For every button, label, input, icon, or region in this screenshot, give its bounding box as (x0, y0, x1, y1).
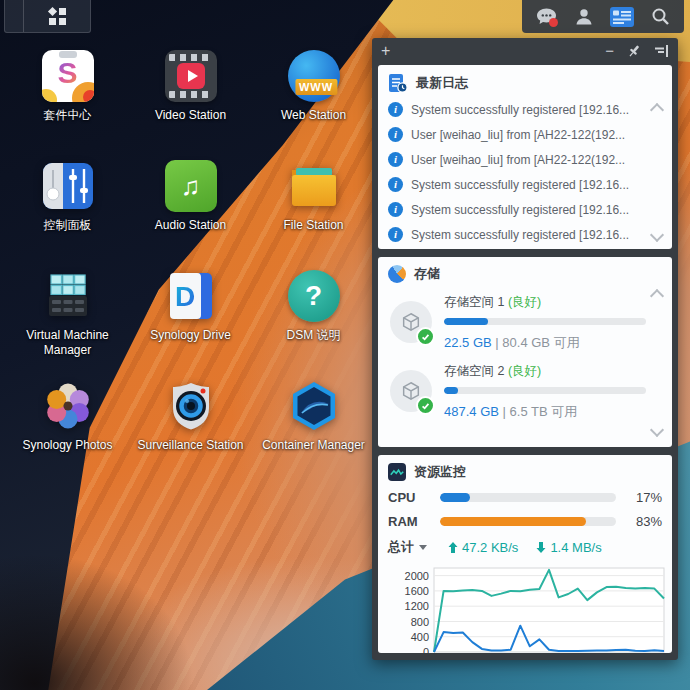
storage-widget-title: 存储 (414, 265, 440, 283)
synology-drive-icon: D (165, 270, 217, 322)
svg-text:400: 400 (411, 631, 429, 643)
desktop-shortcut-file-station[interactable]: File Station (252, 160, 375, 270)
storage-pie-icon (388, 265, 406, 283)
svg-text:D: D (174, 281, 194, 312)
ram-bar-fill (440, 517, 586, 526)
log-entry[interactable]: System successfully registered [192.16..… (388, 222, 662, 247)
desktop-shortcut-virtual-machine-manager[interactable]: Virtual Machine Manager (6, 270, 129, 380)
ram-percent: 83% (626, 514, 662, 529)
collapse-logs-chevron[interactable] (650, 102, 664, 116)
show-desktop-button[interactable] (5, 0, 24, 32)
cpu-percent: 17% (626, 490, 662, 505)
user-button[interactable] (565, 0, 603, 33)
shortcut-label: 控制面板 (44, 218, 92, 233)
volume-name: 存储空间 2 (444, 364, 504, 378)
chat-button[interactable] (527, 0, 565, 33)
shortcut-label: Virtual Machine Manager (8, 328, 128, 358)
volume-status: (良好) (508, 295, 541, 309)
widget-panel-header: + − (372, 38, 678, 63)
storage-volume-row: 存储空间 1 (良好) 22.5 GB | 80.4 GB 可用 (390, 292, 660, 352)
shortcut-label: File Station (283, 218, 343, 233)
cpu-meter-row: CPU 17% (388, 490, 662, 505)
main-menu-grid-icon (49, 8, 66, 25)
svg-text:1600: 1600 (405, 585, 429, 597)
volume-available: 80.4 GB 可用 (502, 335, 579, 350)
shortcut-label: Synology Drive (150, 328, 231, 343)
shortcut-label: DSM 说明 (287, 328, 341, 343)
system-tray (522, 0, 684, 33)
video-station-icon (165, 50, 217, 102)
volume-used: 22.5 GB (444, 335, 492, 350)
synology-photos-icon (42, 380, 94, 432)
dsm-help-icon: ? (288, 270, 340, 322)
desktop-shortcut-package-center[interactable]: S 套件中心 (6, 50, 129, 160)
info-icon (388, 152, 403, 167)
chat-notification-dot (549, 18, 558, 27)
healthy-check-icon (416, 396, 435, 415)
volume-used: 487.4 GB (444, 404, 499, 419)
desktop-shortcut-container-manager[interactable]: Container Manager (252, 380, 375, 490)
separator: | (495, 335, 498, 350)
info-icon (388, 127, 403, 142)
shortcut-label: Audio Station (155, 218, 226, 233)
log-widget-title: 最新日志 (416, 74, 468, 92)
widget-panel: + − (372, 38, 678, 660)
svg-text:800: 800 (411, 616, 429, 628)
shortcut-label: 套件中心 (44, 108, 92, 123)
caret-down-icon (419, 545, 427, 550)
file-station-icon (288, 160, 340, 212)
shortcut-label: Surveillance Station (137, 438, 243, 453)
healthy-check-icon (416, 327, 435, 346)
network-chart: 0400800120016002000 (388, 560, 668, 653)
storage-volume-row: 存储空间 2 (良好) 487.4 GB | 6.5 TB 可用 (390, 361, 660, 421)
info-icon (388, 202, 403, 217)
desktop-shortcut-dsm-help[interactable]: ? DSM 说明 (252, 270, 375, 380)
separator: | (503, 404, 506, 419)
volume-status: (良好) (508, 364, 541, 378)
desktop-shortcut-video-station[interactable]: Video Station (129, 50, 252, 160)
desktop-shortcut-web-station[interactable]: WWW Web Station (252, 50, 375, 160)
resource-monitor-icon (388, 463, 406, 481)
log-entry[interactable]: User [weihao_liu] from [AH22-122(192... (388, 122, 662, 147)
log-entry[interactable]: System successfully registered [192.16..… (388, 97, 662, 122)
desktop-shortcut-synology-photos[interactable]: Synology Photos (6, 380, 129, 490)
package-center-icon: S (42, 50, 94, 102)
taskbar (4, 0, 91, 33)
dock-right-icon (654, 44, 669, 58)
log-entry[interactable]: System successfully registered [192.16..… (388, 172, 662, 197)
svg-text:2000: 2000 (405, 570, 429, 582)
log-entry[interactable]: User [weihao_liu] from [AH22-122(192... (388, 147, 662, 172)
expand-storage-chevron[interactable] (650, 423, 664, 437)
pin-panel-button[interactable] (627, 44, 641, 58)
storage-widget: 存储 存储空间 1 (良好) (378, 257, 672, 447)
minimize-panel-button[interactable]: − (605, 42, 614, 59)
container-manager-icon (288, 380, 340, 432)
upload-rate: 47.2 KB/s (448, 540, 518, 555)
network-total-dropdown[interactable]: 总计 (388, 538, 434, 556)
desktop-shortcut-audio-station[interactable]: ♫ Audio Station (129, 160, 252, 270)
log-entry[interactable]: System successfully registered [192.16..… (388, 197, 662, 222)
widgets-icon (610, 7, 634, 27)
cpu-label: CPU (388, 490, 430, 505)
volume-icon (390, 301, 432, 343)
main-menu-button[interactable] (24, 0, 90, 32)
add-widget-button[interactable]: + (381, 42, 401, 60)
desktop-shortcut-synology-drive[interactable]: D Synology Drive (129, 270, 252, 380)
desktop-shortcut-surveillance-station[interactable]: Surveillance Station (129, 380, 252, 490)
volume-icon (390, 370, 432, 412)
ram-bar (440, 517, 616, 526)
search-button[interactable] (641, 0, 679, 33)
dock-panel-button[interactable] (654, 44, 669, 58)
ram-label: RAM (388, 514, 430, 529)
info-icon (388, 102, 403, 117)
widgets-button[interactable] (603, 0, 641, 33)
volume-usage-bar (444, 318, 646, 325)
ram-meter-row: RAM 83% (388, 514, 662, 529)
volume-usage-fill (444, 318, 488, 325)
resource-monitor-widget: 资源监控 CPU 17% RAM 83% 总计 (378, 455, 672, 653)
expand-logs-chevron[interactable] (650, 227, 664, 241)
pin-icon (627, 44, 641, 58)
volume-name: 存储空间 1 (444, 295, 504, 309)
search-icon (651, 7, 670, 26)
desktop-shortcut-control-panel[interactable]: 控制面板 (6, 160, 129, 270)
